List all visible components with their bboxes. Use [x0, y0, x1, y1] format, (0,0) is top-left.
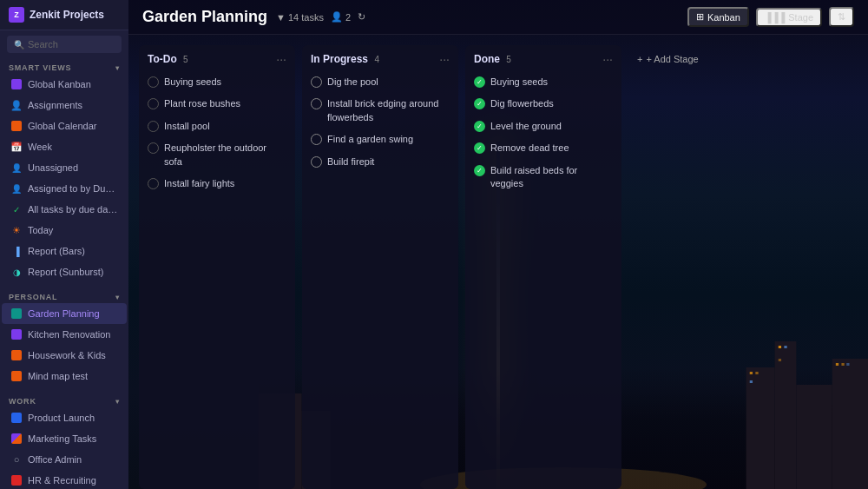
- sidebar-item-assigned-by-due[interactable]: 👤 Assigned to by Due Date: [2, 178, 127, 199]
- sidebar-item-global-kanban[interactable]: Global Kanban: [2, 74, 127, 95]
- column-done-header: Done 5 ···: [465, 45, 621, 71]
- filter-badge[interactable]: ▼ 14 tasks: [276, 12, 324, 23]
- kanban-view-button[interactable]: ⊞ Kanban: [687, 7, 749, 27]
- column-in-progress: In Progress 4 ··· Dig the pool Install b…: [302, 45, 458, 489]
- sidebar-item-office-admin[interactable]: ○ Office Admin: [2, 449, 127, 470]
- column-done-count: 5: [506, 55, 511, 64]
- add-stage-button[interactable]: + + Add Stage: [628, 49, 707, 69]
- assignments-icon: 👤: [10, 99, 23, 111]
- table-row[interactable]: Buying seeds: [144, 71, 290, 93]
- task-label: Buying seeds: [164, 76, 221, 89]
- user-icon: 👤: [331, 11, 343, 23]
- task-label: Buying seeds: [490, 76, 548, 89]
- todo-circle: [148, 98, 159, 109]
- sort-button[interactable]: ⇅: [829, 7, 854, 27]
- table-row[interactable]: Install pool: [144, 116, 290, 137]
- todo-circle: [148, 76, 159, 88]
- task-label: Find a garden swing: [327, 133, 413, 146]
- column-in-progress-menu[interactable]: ···: [439, 52, 450, 66]
- work-chevron[interactable]: ▾: [115, 398, 120, 406]
- grid-icon: [10, 78, 23, 90]
- table-row[interactable]: Plant rose bushes: [144, 93, 290, 115]
- refresh-icon[interactable]: ↻: [358, 11, 365, 23]
- sidebar-item-report-bars[interactable]: ▐ Report (Bars): [2, 241, 127, 261]
- task-label: Reupholster the outdoor sofa: [164, 142, 286, 169]
- app-logo: Z: [9, 7, 24, 23]
- column-in-progress-header: In Progress 4 ···: [302, 45, 458, 71]
- kanban-board: To-Do 5 ··· Buying seeds Plant rose bush…: [128, 35, 868, 489]
- sidebar-item-today[interactable]: ☀ Today: [2, 220, 127, 241]
- main-header: Garden Planning ▼ 14 tasks 👤 2 ↻ ⊞ Kanba…: [128, 0, 868, 35]
- personal-chevron[interactable]: ▾: [115, 294, 120, 301]
- smart-views-chevron[interactable]: ▾: [115, 64, 120, 72]
- table-row[interactable]: ✓ Remove dead tree: [470, 137, 616, 159]
- column-done-menu[interactable]: ···: [602, 52, 613, 66]
- mind-map-icon: [10, 370, 23, 382]
- hr-icon: [10, 474, 23, 486]
- sidebar-item-all-tasks-due[interactable]: ✓ All tasks by due date w/o completed: [2, 199, 127, 220]
- stage-icon: ▐▐▐: [765, 12, 785, 23]
- globe-icon: [10, 120, 23, 132]
- table-row[interactable]: ✓ Buying seeds: [470, 71, 616, 93]
- housework-icon: [10, 349, 23, 361]
- sidebar-item-housework-kids[interactable]: Housework & Kids: [2, 345, 127, 366]
- sidebar-item-hr-recruiting[interactable]: HR & Recruiting: [2, 470, 127, 489]
- table-row[interactable]: Find a garden swing: [307, 129, 453, 150]
- header-right: ⊞ Kanban ▐▐▐ Stage ⇅: [687, 7, 854, 27]
- table-row[interactable]: ✓ Build raised beds for veggies: [470, 160, 616, 195]
- sidebar-item-week[interactable]: 📅 Week: [2, 136, 127, 157]
- table-row[interactable]: Reupholster the outdoor sofa: [144, 137, 290, 173]
- column-done-title: Done: [474, 53, 500, 65]
- sidebar-item-kitchen-renovation[interactable]: Kitchen Renovation: [2, 324, 127, 345]
- task-label: Build raised beds for veggies: [490, 164, 613, 191]
- list-clock-icon: ✓: [10, 203, 23, 215]
- in-progress-circle: [311, 134, 322, 145]
- sidebar: Z Zenkit Projects 🔍 SMART VIEWS ▾ Global…: [0, 0, 128, 489]
- table-row[interactable]: Install fairy lights: [144, 173, 290, 195]
- column-done-body: ✓ Buying seeds ✓ Dig flowerbeds ✓ Level …: [465, 71, 621, 489]
- table-row[interactable]: ✓ Level the ground: [470, 116, 616, 137]
- task-label: Install fairy lights: [164, 177, 234, 190]
- sidebar-item-global-calendar[interactable]: Global Calendar: [2, 116, 127, 136]
- column-todo-menu[interactable]: ···: [276, 52, 286, 66]
- done-circle: ✓: [474, 76, 485, 88]
- column-todo-header: To-Do 5 ···: [139, 45, 295, 71]
- stage-view-button[interactable]: ▐▐▐ Stage: [756, 8, 822, 27]
- assigned-due-icon: 👤: [10, 182, 23, 195]
- sidebar-item-assignments[interactable]: 👤 Assignments: [2, 95, 127, 116]
- garden-planning-icon: [10, 307, 23, 320]
- done-circle: ✓: [474, 98, 485, 109]
- table-row[interactable]: Build firepit: [307, 151, 453, 173]
- table-row[interactable]: Dig the pool: [307, 71, 453, 93]
- table-row[interactable]: ✓ Dig flowerbeds: [470, 93, 616, 115]
- user-badge[interactable]: 👤 2: [331, 11, 351, 23]
- search-container: 🔍: [0, 30, 128, 58]
- todo-circle: [148, 142, 159, 154]
- today-icon: ☀: [10, 224, 23, 236]
- sort-icon: ⇅: [838, 11, 845, 23]
- office-admin-icon: ○: [10, 453, 23, 466]
- column-in-progress-count: 4: [374, 55, 379, 64]
- in-progress-circle: [311, 98, 322, 109]
- filter-icon: ▼: [276, 12, 286, 23]
- unassigned-icon: 👤: [10, 162, 23, 174]
- sidebar-item-mind-map[interactable]: Mind map test: [2, 366, 127, 387]
- sidebar-item-product-launch[interactable]: Product Launch: [2, 407, 127, 428]
- task-label: Level the ground: [490, 120, 562, 133]
- sidebar-item-report-sunburst[interactable]: ◑ Report (Sunburst): [2, 261, 127, 282]
- column-todo-title: To-Do: [148, 53, 177, 65]
- sidebar-item-unassigned[interactable]: 👤 Unassigned: [2, 157, 127, 178]
- sidebar-item-garden-planning[interactable]: Garden Planning: [2, 303, 127, 324]
- page-title: Garden Planning: [142, 8, 267, 26]
- column-done: Done 5 ··· ✓ Buying seeds ✓ Dig flowerbe…: [465, 45, 621, 489]
- column-todo-body: Buying seeds Plant rose bushes Install p…: [139, 71, 295, 489]
- sidebar-item-marketing-tasks[interactable]: Marketing Tasks: [2, 428, 127, 449]
- header-left: Garden Planning ▼ 14 tasks 👤 2 ↻: [142, 8, 365, 26]
- search-input[interactable]: [28, 39, 115, 50]
- search-icon: 🔍: [14, 40, 24, 50]
- column-todo-count: 5: [183, 55, 188, 64]
- table-row[interactable]: Install brick edging around flowerbeds: [307, 93, 453, 129]
- main-area: Garden Planning ▼ 14 tasks 👤 2 ↻ ⊞ Kanba…: [128, 0, 868, 489]
- product-launch-icon: [10, 412, 23, 424]
- in-progress-circle: [311, 76, 322, 88]
